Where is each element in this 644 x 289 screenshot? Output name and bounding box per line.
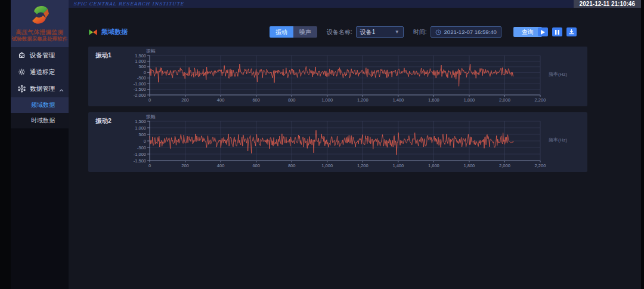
noise-toggle-button[interactable]: 噪声 xyxy=(293,26,317,38)
y-tick-label: -2,000 xyxy=(134,93,146,98)
x-tick-label: 1,000 xyxy=(321,163,333,168)
x-tick-label: 1,600 xyxy=(428,97,439,103)
y-axis-label: 振幅 xyxy=(146,114,156,119)
x-tick-label: 2,000 xyxy=(499,163,510,168)
x-tick-label: 1,000 xyxy=(321,97,333,103)
chevron-down-icon: ▼ xyxy=(395,29,400,35)
signal-toggle-group: 振动 噪声 xyxy=(270,26,317,38)
device-select[interactable]: 设备1 ▼ xyxy=(356,26,404,38)
y-tick-label: -1,000 xyxy=(134,81,146,87)
top-bar: SPIC CENTRAL RESEARCH INSTITUTE 2021-12-… xyxy=(69,0,641,8)
x-tick-label: 800 xyxy=(288,163,296,168)
chart-svg: 1,5001,0005000-500-1,000-1,5000200400600… xyxy=(123,113,552,171)
y-tick-label: -500 xyxy=(137,75,146,81)
app-logo-icon xyxy=(28,4,52,26)
sidebar-item-time-domain-data[interactable]: 时域数据 xyxy=(11,113,69,128)
app-title-line2: 试验数据采集及处理软件 xyxy=(11,36,69,42)
sidebar-item-channel-calibration[interactable]: 通道标定 xyxy=(11,64,69,81)
download-icon xyxy=(569,29,574,35)
sidebar-subitem-label: 频域数据 xyxy=(31,102,55,108)
y-tick-label: 500 xyxy=(138,132,146,137)
sidebar: 高压气体泄漏监测 试验数据采集及处理软件 设备管理 xyxy=(11,0,69,289)
y-tick-label: -1,000 xyxy=(134,152,146,157)
download-button[interactable] xyxy=(566,27,577,36)
y-tick-label: 1,000 xyxy=(135,125,146,131)
x-tick-label: 600 xyxy=(252,97,260,103)
y-tick-label: -1,500 xyxy=(134,158,146,164)
content-area: 频域数据 振动 噪声 设备名称: 设备1 ▼ 时间: xyxy=(69,8,641,289)
sidebar-item-data-management[interactable]: 数据管理 xyxy=(11,81,69,97)
x-tick-label: 1,600 xyxy=(428,163,439,168)
x-tick-label: 2,000 xyxy=(499,97,510,103)
x-tick-label: 0 xyxy=(148,97,151,103)
x-tick-label: 400 xyxy=(217,163,225,168)
org-title: SPIC CENTRAL RESEARCH INSTITUTE xyxy=(69,1,184,7)
x-tick-label: 1,200 xyxy=(357,97,369,103)
waveform-line xyxy=(150,64,513,86)
page-title: 频域数据 xyxy=(101,27,128,36)
chart-panels: 振动1 1,5001,0005000-500-1,000-1,500-2,000… xyxy=(88,47,587,178)
datetime-input[interactable]: 2021-12-07 16:59:40 xyxy=(431,26,501,38)
vibration-1-chart: 1,5001,0005000-500-1,000-1,500-2,0000200… xyxy=(123,48,552,105)
app-title-line1: 高压气体泄漏监测 xyxy=(11,29,69,36)
play-icon xyxy=(541,30,545,35)
x-tick-label: 1,800 xyxy=(464,97,475,103)
x-axis-unit-label: 频率(Hz) xyxy=(549,137,567,143)
sidebar-item-label: 设备管理 xyxy=(30,51,55,60)
x-axis-unit-label: 频率(Hz) xyxy=(549,71,567,78)
x-tick-label: 200 xyxy=(181,97,189,103)
sidebar-filler xyxy=(11,128,69,289)
chart-title: 振动2 xyxy=(95,117,112,125)
vibration-toggle-button[interactable]: 振动 xyxy=(270,26,293,38)
system-clock: 2021-12-11 21:10:46 xyxy=(580,1,635,7)
x-tick-label: 1,800 xyxy=(464,163,475,168)
screen: 高压气体泄漏监测 试验数据采集及处理软件 设备管理 xyxy=(0,0,644,289)
chart-action-buttons xyxy=(538,27,577,36)
y-tick-label: 0 xyxy=(144,139,146,144)
sidebar-item-frequency-domain-data[interactable]: 频域数据 xyxy=(11,97,69,113)
pause-button[interactable] xyxy=(552,27,562,36)
main-area: SPIC CENTRAL RESEARCH INSTITUTE 2021-12-… xyxy=(69,0,641,289)
y-tick-label: 500 xyxy=(138,64,146,69)
data-icon xyxy=(18,85,26,93)
y-tick-label: -500 xyxy=(137,145,146,150)
bowtie-logo-icon xyxy=(88,29,98,36)
y-tick-label: 0 xyxy=(144,70,146,75)
y-axis-label: 振幅 xyxy=(146,48,156,54)
vibration-2-chart: 1,5001,0005000-500-1,000-1,5000200400600… xyxy=(123,113,552,171)
device-select-value: 设备1 xyxy=(360,28,376,36)
sidebar-subitem-label: 时域数据 xyxy=(31,117,55,124)
waveform-line xyxy=(150,130,513,155)
toolbar: 振动 噪声 设备名称: 设备1 ▼ 时间: 2021-12-07 16:59:4… xyxy=(270,26,542,38)
y-tick-label: 1,000 xyxy=(135,59,146,64)
time-label: 时间: xyxy=(413,28,427,36)
x-tick-label: 2,200 xyxy=(535,97,546,103)
x-tick-label: 400 xyxy=(217,97,225,103)
page-title-group: 频域数据 xyxy=(88,27,128,36)
x-tick-label: 600 xyxy=(252,163,260,168)
sidebar-item-label: 数据管理 xyxy=(30,85,55,93)
app-title: 高压气体泄漏监测 试验数据采集及处理软件 xyxy=(11,29,69,42)
y-tick-label: 1,500 xyxy=(135,119,146,124)
logo-block: 高压气体泄漏监测 试验数据采集及处理软件 xyxy=(11,0,69,47)
chart-panel-vibration-1: 振动1 1,5001,0005000-500-1,000-1,500-2,000… xyxy=(88,47,587,106)
device-icon xyxy=(18,51,26,59)
sidebar-item-device-management[interactable]: 设备管理 xyxy=(11,47,69,64)
play-button[interactable] xyxy=(538,27,548,36)
y-tick-label: 1,500 xyxy=(135,53,146,59)
window-edge-right xyxy=(641,0,644,289)
y-tick-label: -1,500 xyxy=(134,87,146,92)
chart-title: 振动1 xyxy=(95,51,112,60)
sidebar-item-label: 通道标定 xyxy=(30,68,55,76)
device-name-label: 设备名称: xyxy=(327,28,352,36)
window-edge-left xyxy=(0,0,11,289)
datetime-value: 2021-12-07 16:59:40 xyxy=(444,29,497,35)
chart-panel-vibration-2: 振动2 1,5001,0005000-500-1,000-1,500020040… xyxy=(88,112,587,172)
x-tick-label: 2,200 xyxy=(535,163,546,168)
x-tick-label: 800 xyxy=(288,97,296,103)
sidebar-nav: 设备管理 通道标定 xyxy=(11,47,69,128)
system-clock-wrap: 2021-12-11 21:10:46 xyxy=(574,0,641,8)
x-tick-label: 1,400 xyxy=(392,97,404,103)
x-tick-label: 1,200 xyxy=(357,163,369,168)
calibration-gear-icon xyxy=(18,68,26,76)
